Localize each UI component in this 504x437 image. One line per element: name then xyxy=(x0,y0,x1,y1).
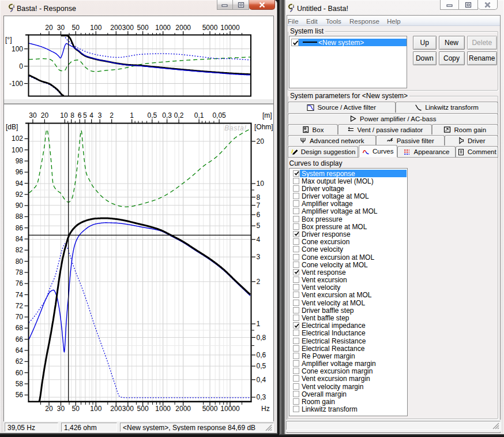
svg-text:90: 90 xyxy=(16,201,24,210)
svg-text:4: 4 xyxy=(257,236,261,244)
svg-text:56: 56 xyxy=(16,391,24,399)
svg-text:Hz: Hz xyxy=(261,405,270,413)
svg-text:1: 1 xyxy=(130,111,134,119)
svg-text:500: 500 xyxy=(137,405,149,413)
svg-text:[m]: [m] xyxy=(262,111,272,119)
svg-text:3: 3 xyxy=(257,253,261,261)
svg-text:200: 200 xyxy=(110,24,122,32)
svg-text:70: 70 xyxy=(16,313,24,321)
svg-text:80: 80 xyxy=(16,257,24,266)
svg-text:20: 20 xyxy=(41,111,49,119)
svg-text:100: 100 xyxy=(90,24,101,32)
svg-text:10000: 10000 xyxy=(220,24,240,32)
svg-text:200: 200 xyxy=(110,405,122,413)
svg-text:7: 7 xyxy=(257,201,261,210)
svg-text:4: 4 xyxy=(89,111,93,119)
svg-text:6: 6 xyxy=(78,111,82,119)
svg-text:30: 30 xyxy=(57,24,65,32)
svg-text:0,5: 0,5 xyxy=(257,362,266,370)
svg-text:60: 60 xyxy=(16,369,24,377)
svg-text:0,1: 0,1 xyxy=(194,111,204,119)
svg-text:76: 76 xyxy=(16,279,24,287)
svg-text:6: 6 xyxy=(257,211,261,219)
svg-text:98: 98 xyxy=(16,157,24,165)
svg-text:100: 100 xyxy=(12,45,23,53)
svg-text:64: 64 xyxy=(16,346,24,354)
svg-text:102: 102 xyxy=(12,135,23,143)
svg-text:0,3: 0,3 xyxy=(257,393,266,401)
svg-text:8: 8 xyxy=(70,111,74,119)
svg-text:92: 92 xyxy=(16,191,24,199)
svg-text:50: 50 xyxy=(72,24,80,32)
svg-text:1000: 1000 xyxy=(155,405,171,413)
svg-text:10000: 10000 xyxy=(220,405,240,413)
svg-text:[dB]: [dB] xyxy=(6,123,18,131)
svg-text:100: 100 xyxy=(90,405,101,413)
svg-text:500: 500 xyxy=(137,24,149,32)
svg-text:74: 74 xyxy=(16,291,24,299)
svg-text:8: 8 xyxy=(257,193,261,201)
svg-text:[Ohm]: [Ohm] xyxy=(254,123,273,131)
svg-text:5: 5 xyxy=(257,222,261,230)
svg-text:10: 10 xyxy=(257,180,265,188)
svg-text:20: 20 xyxy=(257,137,265,145)
svg-text:1000: 1000 xyxy=(155,24,171,32)
svg-text:30: 30 xyxy=(29,111,37,119)
svg-text:62: 62 xyxy=(16,357,24,365)
svg-text:20: 20 xyxy=(45,405,53,413)
svg-text:0,6: 0,6 xyxy=(257,351,266,359)
svg-text:2000: 2000 xyxy=(175,405,191,413)
svg-text:5000: 5000 xyxy=(202,405,218,413)
svg-text:0,8: 0,8 xyxy=(257,334,266,342)
svg-text:5: 5 xyxy=(83,111,87,119)
svg-text:Basta!: Basta! xyxy=(224,124,246,132)
svg-text:300: 300 xyxy=(122,24,134,32)
svg-text:300: 300 xyxy=(122,405,134,413)
svg-text:84: 84 xyxy=(16,235,24,243)
svg-text:0,5: 0,5 xyxy=(147,111,157,119)
svg-text:1: 1 xyxy=(257,320,261,328)
svg-text:78: 78 xyxy=(16,268,24,277)
svg-text:30: 30 xyxy=(57,405,65,413)
svg-text:96: 96 xyxy=(16,168,24,176)
svg-text:2: 2 xyxy=(257,278,261,286)
svg-text:66: 66 xyxy=(16,335,24,343)
svg-text:0,05: 0,05 xyxy=(212,111,226,119)
svg-text:0,3: 0,3 xyxy=(162,111,172,119)
svg-text:68: 68 xyxy=(16,324,24,332)
svg-text:58: 58 xyxy=(16,380,24,388)
svg-text:2: 2 xyxy=(110,111,114,119)
svg-text:94: 94 xyxy=(16,180,24,188)
svg-text:10: 10 xyxy=(60,111,68,119)
svg-text:72: 72 xyxy=(16,302,24,310)
svg-text:0,4: 0,4 xyxy=(257,376,266,384)
svg-text:100: 100 xyxy=(12,146,23,154)
svg-text:82: 82 xyxy=(16,246,24,254)
svg-text:88: 88 xyxy=(16,212,24,221)
svg-text:-100: -100 xyxy=(9,80,23,88)
svg-text:0: 0 xyxy=(19,62,23,70)
svg-text:2000: 2000 xyxy=(175,24,191,32)
svg-text:5000: 5000 xyxy=(202,24,218,32)
svg-text:86: 86 xyxy=(16,224,24,232)
svg-text:[°]: [°] xyxy=(5,36,12,44)
svg-text:0,2: 0,2 xyxy=(174,111,184,119)
svg-text:20: 20 xyxy=(45,24,53,32)
svg-text:3: 3 xyxy=(98,111,102,119)
svg-text:50: 50 xyxy=(72,405,80,413)
